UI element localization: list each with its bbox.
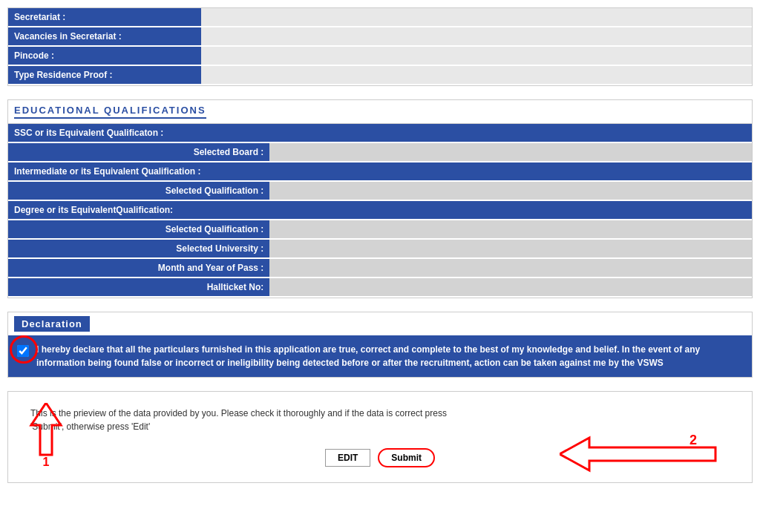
month-year-label: Month and Year of Pass :	[8, 258, 269, 278]
preview-buttons: EDIT Submit	[30, 448, 730, 467]
degree-qualification-value	[269, 220, 752, 239]
table-row: Secretariat :	[8, 8, 752, 27]
vacancies-label: Vacancies in Secretariat :	[8, 27, 201, 46]
education-section: EDUCATIONAL QUALIFICATIONS SSC or its Eq…	[7, 99, 753, 298]
table-row: Selected Qualification :	[8, 220, 752, 239]
university-value	[269, 239, 752, 258]
declaration-title: Declaration	[14, 316, 90, 332]
table-row: Pincode :	[8, 46, 752, 65]
ssc-label: SSC or its Equivalent Qualificaton :	[8, 124, 752, 142]
degree-label: Degree or its EquivalentQualification:	[8, 200, 752, 220]
preview-text-line1: This is the prieview of the data provide…	[30, 408, 447, 418]
declaration-checkbox[interactable]	[17, 345, 29, 357]
education-table: SSC or its Equivalent Qualificaton : Sel…	[8, 124, 752, 298]
intermediate-qualification-value2	[515, 181, 752, 200]
table-row: Month and Year of Pass :	[8, 258, 752, 278]
declaration-text: I hereby declare that all the particular…	[36, 343, 743, 370]
selected-board-label: Selected Board :	[8, 142, 269, 162]
education-header: EDUCATIONAL QUALIFICATIONS	[8, 100, 752, 124]
table-row: Selected Board :	[8, 142, 752, 162]
edit-button[interactable]: EDIT	[325, 449, 370, 467]
month-year-value	[269, 258, 752, 278]
residence-proof-value	[201, 65, 752, 85]
secretariat-label: Secretariat :	[8, 8, 201, 27]
table-row: Selected Qualification :	[8, 181, 752, 200]
residence-proof-label: Type Residence Proof :	[8, 65, 201, 85]
secretariat-table: Secretariat : Vacancies in Secretariat :…	[8, 8, 752, 85]
declaration-header: Declaration	[8, 312, 752, 335]
preview-wrapper: 1 2 This is the prieview of the data pro…	[7, 391, 753, 483]
table-row: Vacancies in Secretariat :	[8, 27, 752, 46]
secretariat-value	[201, 8, 752, 27]
intermediate-label: Intermediate or its Equivalent Qualifica…	[8, 162, 752, 181]
preview-text-line2: 'Submit', otherwise press 'Edit'	[30, 421, 150, 432]
selected-board-value	[269, 142, 752, 162]
hallticket-value	[269, 278, 752, 297]
declaration-checkbox-wrapper	[17, 343, 29, 359]
preview-description: This is the prieview of the data provide…	[30, 407, 730, 433]
table-row: Selected University :	[8, 239, 752, 258]
table-row: SSC or its Equivalent Qualificaton :	[8, 124, 752, 142]
vacancies-value	[201, 27, 752, 46]
declaration-content: I hereby declare that all the particular…	[8, 335, 752, 377]
university-label: Selected University :	[8, 239, 269, 258]
degree-qualification-label: Selected Qualification :	[8, 220, 269, 239]
pincode-value	[201, 46, 752, 65]
table-row: Hallticket No:	[8, 278, 752, 297]
submit-button[interactable]: Submit	[378, 448, 435, 467]
pincode-label: Pincode :	[8, 46, 201, 65]
table-row: Degree or its EquivalentQualification:	[8, 200, 752, 220]
hallticket-label: Hallticket No:	[8, 278, 269, 297]
education-title: EDUCATIONAL QUALIFICATIONS	[14, 105, 206, 119]
table-row: Intermediate or its Equivalent Qualifica…	[8, 162, 752, 181]
secretariat-info-section: Secretariat : Vacancies in Secretariat :…	[7, 7, 753, 86]
intermediate-qualification-value	[269, 181, 514, 200]
declaration-section: Declaration I hereby declare that all th…	[7, 312, 753, 378]
preview-section: This is the prieview of the data provide…	[7, 391, 753, 483]
table-row: Type Residence Proof :	[8, 65, 752, 85]
intermediate-qualification-label: Selected Qualification :	[8, 181, 269, 200]
